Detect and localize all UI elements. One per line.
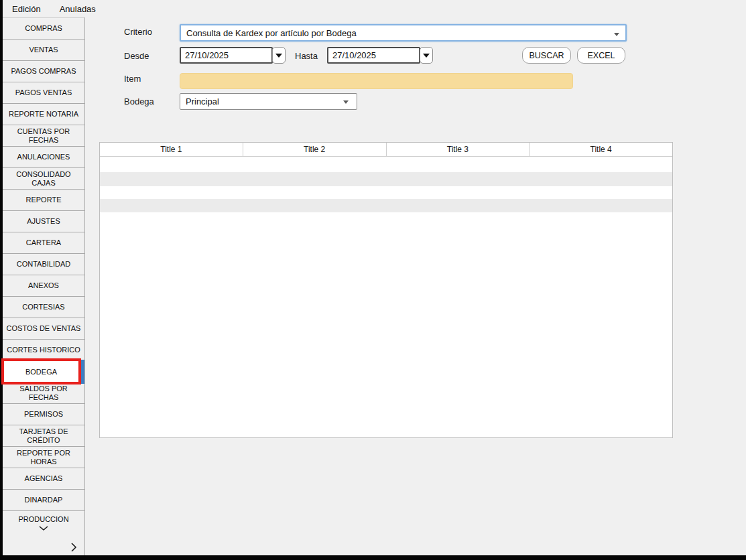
sidebar-item-reporte-por-horas[interactable]: REPORTE POR HORAS xyxy=(3,447,84,468)
sidebar-tabstrip: COMPRAS VENTAS PAGOS COMPRAS PAGOS VENTA… xyxy=(3,17,85,555)
window-bottom-border xyxy=(0,555,746,560)
sidebar-item-bodega[interactable]: BODEGA xyxy=(1,358,81,384)
sidebar-item-saldos-por-fechas[interactable]: SALDOS POR FECHAS xyxy=(3,382,84,404)
criterio-combobox[interactable]: Consulta de Kardex por artículo por Bode… xyxy=(180,24,627,42)
table-header-title1[interactable]: Title 1 xyxy=(100,143,243,156)
hasta-label: Hasta xyxy=(295,51,318,61)
item-label: Item xyxy=(124,74,141,84)
desde-date-dropdown-button[interactable] xyxy=(272,47,286,64)
chevron-down-icon xyxy=(275,54,282,58)
excel-button[interactable]: EXCEL xyxy=(577,47,625,64)
criterio-label: Criterio xyxy=(124,27,152,37)
sidebar-item-cortesias[interactable]: CORTESIAS xyxy=(3,297,84,318)
chevron-right-icon[interactable] xyxy=(67,541,80,554)
criterio-value: Consulta de Kardex por artículo por Bode… xyxy=(186,28,357,38)
table-row xyxy=(100,172,672,186)
sidebar-item-pagos-ventas[interactable]: PAGOS VENTAS xyxy=(3,82,84,104)
sidebar-item-contabilidad[interactable]: CONTABILIDAD xyxy=(3,254,84,275)
menu-edicion[interactable]: Edición xyxy=(3,4,50,14)
sidebar-item-pagos-compras[interactable]: PAGOS COMPRAS xyxy=(3,61,84,82)
table-header-title4[interactable]: Title 4 xyxy=(530,143,672,156)
chevron-down-icon[interactable] xyxy=(38,524,49,533)
table-header-title2[interactable]: Title 2 xyxy=(243,143,387,156)
chevron-down-icon xyxy=(423,54,430,58)
sidebar-item-anulaciones[interactable]: ANULACIONES xyxy=(3,147,84,168)
sidebar-item-produccion[interactable]: PRODUCCION xyxy=(3,511,84,537)
sidebar-item-agencias[interactable]: AGENCIAS xyxy=(3,468,84,490)
table-header-title3[interactable]: Title 3 xyxy=(387,143,530,156)
bodega-label: Bodega xyxy=(124,96,154,107)
sidebar-item-permisos[interactable]: PERMISOS xyxy=(3,404,84,425)
chevron-down-icon xyxy=(343,100,349,104)
desde-date-input[interactable]: 27/10/2025 xyxy=(180,47,273,64)
bodega-value: Principal xyxy=(186,96,219,107)
sidebar-item-ventas[interactable]: VENTAS xyxy=(3,40,84,61)
app-window: Edición Anuladas COMPRAS VENTAS PAGOS CO… xyxy=(0,0,746,560)
sidebar-item-label: PRODUCCION xyxy=(18,515,68,523)
hasta-date-dropdown-button[interactable] xyxy=(420,47,433,64)
sidebar-item-consolidado-cajas[interactable]: CONSOLIDADO CAJAS xyxy=(3,168,84,190)
sidebar-item-anexos[interactable]: ANEXOS xyxy=(3,275,84,297)
sidebar-item-cartera[interactable]: CARTERA xyxy=(3,232,84,254)
menu-bar: Edición Anuladas xyxy=(3,0,746,17)
hasta-date-input[interactable]: 27/10/2025 xyxy=(327,47,420,64)
sidebar-item-dinardap[interactable]: DINARDAP xyxy=(3,490,84,511)
table-row xyxy=(100,157,672,172)
results-table: Title 1 Title 2 Title 3 Title 4 xyxy=(99,142,673,438)
bodega-combobox[interactable]: Principal xyxy=(180,93,357,110)
sidebar-item-reporte[interactable]: REPORTE xyxy=(3,190,84,211)
chevron-down-icon xyxy=(614,33,619,36)
sidebar-item-tarjetas-de-credito[interactable]: TARJETAS DE CRÉDITO xyxy=(3,425,84,447)
table-row xyxy=(100,186,672,199)
sidebar-item-reporte-notaria[interactable]: REPORTE NOTARIA xyxy=(3,104,84,125)
sidebar-item-cuentas-por-fechas[interactable]: CUENTAS POR FECHAS xyxy=(3,125,84,147)
table-row xyxy=(100,199,672,212)
menu-anuladas[interactable]: Anuladas xyxy=(50,4,105,14)
table-header-row: Title 1 Title 2 Title 3 Title 4 xyxy=(100,143,672,157)
buscar-button[interactable]: BUSCAR xyxy=(522,47,571,64)
desde-label: Desde xyxy=(124,51,149,61)
sidebar-item-costos-de-ventas[interactable]: COSTOS DE VENTAS xyxy=(3,318,84,340)
sidebar-item-ajustes[interactable]: AJUSTES xyxy=(3,211,84,232)
sidebar-item-compras[interactable]: COMPRAS xyxy=(3,18,84,40)
item-input[interactable] xyxy=(180,73,573,89)
sidebar-item-bodega-wrap: BODEGA xyxy=(3,361,84,382)
